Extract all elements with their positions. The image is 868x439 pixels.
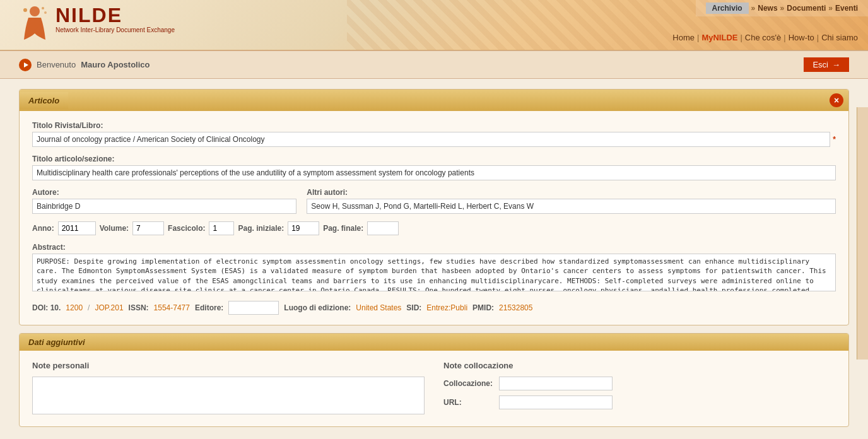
year-volume-row: Anno: Volume: Fascicolo: Pag. iniziale: … — [32, 221, 836, 235]
content-area: Articolo × Titolo Rivista/Libro: * Titol… — [19, 89, 849, 427]
svg-point-1 — [23, 8, 27, 12]
logo-text: NILDE Network Inter-Library Document Exc… — [56, 5, 175, 33]
note-collocazione-col: Note collocazione Collocazione: URL: — [443, 361, 836, 416]
nav-chisiamo[interactable]: Chi siamo — [821, 33, 858, 42]
logo-subtitle-text: Network Inter-Library Document Exchange — [56, 26, 175, 33]
autore-input[interactable] — [32, 199, 296, 214]
logo-nilde-text: NILDE — [56, 5, 175, 25]
titolo-rivista-group: Titolo Rivista/Libro: * — [32, 121, 836, 147]
editore-input[interactable] — [228, 301, 279, 315]
anno-input[interactable] — [58, 221, 96, 235]
sid-value[interactable]: Entrez:Publi — [426, 303, 467, 312]
titolo-rivista-input-row: * — [32, 132, 836, 147]
nav-howto[interactable]: How-to — [789, 33, 814, 42]
altri-autori-input[interactable] — [307, 199, 836, 214]
additional-section-body: Note personali Note collocazione Colloca… — [20, 351, 848, 426]
titolo-articolo-input[interactable] — [32, 165, 836, 180]
note-personali-textarea[interactable] — [32, 377, 425, 414]
doi-row: DOI: 10. 1200 / JOP.201 ISSN: 1554-7477 … — [32, 301, 836, 315]
note-personali-header: Note personali — [32, 361, 425, 370]
autore-label: Autore: — [32, 188, 296, 197]
logo: NILDE Network Inter-Library Document Exc… — [19, 5, 175, 46]
note-collocazione-header: Note collocazione — [443, 361, 836, 370]
volume-label: Volume: — [100, 224, 129, 233]
required-indicator: * — [833, 135, 836, 144]
titolo-rivista-label: Titolo Rivista/Libro: — [32, 121, 836, 130]
pmid-label: PMID: — [472, 303, 494, 312]
altri-autori-label: Altri autori: — [307, 188, 836, 197]
exit-button[interactable]: Esci → — [804, 57, 849, 72]
titolo-articolo-label: Titolo articolo/sezione: — [32, 155, 836, 163]
close-button[interactable]: × — [830, 93, 843, 107]
collocazione-row: Collocazione: — [443, 377, 836, 390]
fascicolo-label: Fascicolo: — [168, 224, 205, 233]
nav-mynilde[interactable]: MyNILDE — [701, 33, 737, 42]
issn-label: ISSN: — [129, 303, 149, 312]
svg-point-3 — [44, 11, 47, 14]
url-row: URL: — [443, 395, 836, 409]
top-nav-documenti[interactable]: Documenti — [787, 4, 826, 13]
doi-part2[interactable]: JOP.201 — [95, 303, 123, 312]
altri-autori-col: Altri autori: — [307, 188, 836, 214]
note-personali-col: Note personali — [32, 361, 425, 416]
article-section-body: Titolo Rivista/Libro: * Titolo articolo/… — [20, 111, 848, 325]
autore-row: Autore: Altri autori: — [32, 188, 836, 214]
additional-section-header: Dati aggiuntivi — [20, 334, 848, 351]
nav-checos[interactable]: Che cos'è — [745, 33, 781, 42]
collocazione-input[interactable] — [499, 377, 613, 390]
welcome-bar: Benvenuto Mauro Apostolico Esci → — [0, 50, 868, 79]
top-nav-eventi[interactable]: Eventi — [835, 4, 858, 13]
top-nav-news[interactable]: News — [758, 4, 777, 13]
header: Archivio » News » Documenti » Eventi NIL… — [0, 0, 868, 50]
additional-section: Dati aggiuntivi Note personali Note coll… — [19, 333, 849, 427]
pag-finale-input[interactable] — [367, 221, 399, 235]
top-nav-archivio[interactable]: Archivio — [706, 3, 749, 14]
main-navigation: Home | MyNILDE | Che cos'è | How-to | Ch… — [672, 33, 858, 42]
pag-iniziale-input[interactable] — [288, 221, 319, 235]
pag-iniziale-label: Pag. iniziale: — [238, 224, 284, 233]
issn-value[interactable]: 1554-7477 — [154, 303, 190, 312]
luogo-label: Luogo di edizione: — [284, 303, 351, 312]
volume-input[interactable] — [132, 221, 164, 235]
welcome-message: Benvenuto Mauro Apostolico — [19, 59, 150, 71]
abstract-label: Abstract: — [32, 243, 836, 252]
pag-finale-label: Pag. finale: — [323, 224, 363, 233]
doi-label: DOI: 10. — [32, 303, 61, 312]
sid-label: SID: — [406, 303, 421, 312]
play-icon[interactable] — [19, 59, 32, 71]
welcome-text-static: Benvenuto — [37, 60, 76, 69]
abstract-wrapper: PURPOSE: Despite growing implementation … — [32, 254, 836, 293]
top-navigation: Archivio » News » Documenti » Eventi — [696, 0, 868, 16]
luogo-value: United States — [356, 303, 401, 312]
article-section-header-row: Articolo × — [20, 90, 848, 111]
collocazione-label: Collocazione: — [443, 379, 494, 388]
abstract-textarea[interactable]: PURPOSE: Despite growing implementation … — [32, 254, 836, 291]
anno-label: Anno: — [32, 224, 54, 233]
doi-part1[interactable]: 1200 — [66, 303, 83, 312]
autore-col: Autore: — [32, 188, 296, 214]
svg-point-0 — [30, 6, 40, 16]
url-input[interactable] — [499, 395, 613, 409]
nav-home[interactable]: Home — [672, 33, 695, 42]
welcome-username: Mauro Apostolico — [81, 60, 150, 69]
article-section-header: Articolo — [20, 92, 68, 109]
titolo-articolo-group: Titolo articolo/sezione: — [32, 155, 836, 180]
exit-arrow-icon: → — [832, 60, 840, 69]
pmid-value[interactable]: 21532805 — [499, 303, 532, 312]
nilde-logo-icon — [19, 5, 50, 46]
titolo-rivista-input[interactable] — [32, 132, 830, 147]
fascicolo-input[interactable] — [209, 221, 234, 235]
article-section: Articolo × Titolo Rivista/Libro: * Titol… — [19, 89, 849, 325]
editore-label: Editore: — [195, 303, 223, 312]
two-col-layout: Note personali Note collocazione Colloca… — [32, 361, 836, 416]
url-label: URL: — [443, 398, 494, 407]
svg-point-2 — [42, 7, 44, 9]
right-scrollbar[interactable] — [857, 107, 868, 360]
abstract-group: Abstract: PURPOSE: Despite growing imple… — [32, 243, 836, 293]
